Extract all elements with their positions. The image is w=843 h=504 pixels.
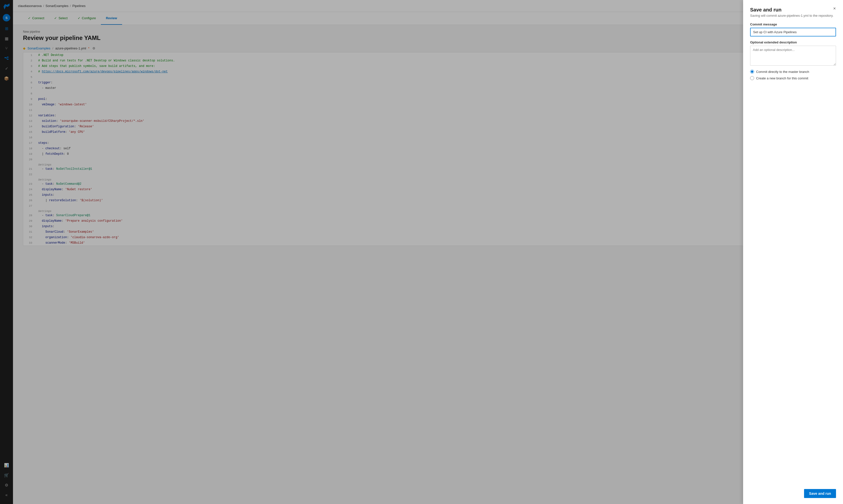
- modal-title: Save and run: [750, 7, 836, 13]
- modal-footer: Save and run: [750, 485, 836, 498]
- radio-new-branch-input[interactable]: [750, 76, 754, 80]
- description-textarea[interactable]: [750, 46, 836, 66]
- radio-commit-master-label: Commit directly to the master branch: [756, 70, 809, 74]
- radio-new-branch-label: Create a new branch for this commit: [756, 76, 808, 80]
- description-label: Optional extended description: [750, 40, 836, 44]
- commit-message-label: Commit message: [750, 22, 836, 26]
- save-and-run-button[interactable]: Save and run: [804, 489, 836, 498]
- modal-close-button[interactable]: ×: [831, 5, 838, 12]
- radio-commit-master-input[interactable]: [750, 70, 754, 74]
- commit-options: Commit directly to the master branch Cre…: [750, 70, 836, 80]
- save-and-run-modal: × Save and run Saving will commit azure-…: [743, 0, 843, 504]
- radio-new-branch[interactable]: Create a new branch for this commit: [750, 76, 836, 80]
- commit-message-input[interactable]: [750, 28, 836, 36]
- modal-overlay: × Save and run Saving will commit azure-…: [0, 0, 843, 504]
- radio-commit-master[interactable]: Commit directly to the master branch: [750, 70, 836, 74]
- modal-subtitle: Saving will commit azure-pipelines-1.yml…: [750, 14, 836, 17]
